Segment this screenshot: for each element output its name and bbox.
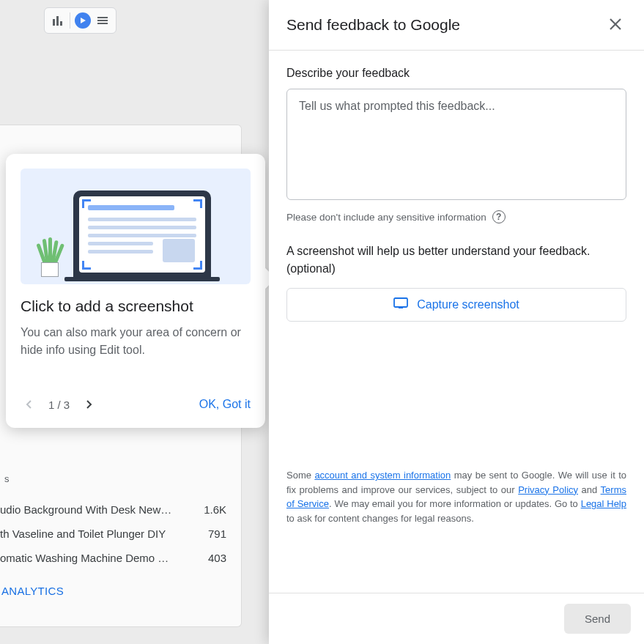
tooltip-description: You can also mark your area of concern o… [21, 324, 251, 359]
page-indicator: 1 / 3 [48, 399, 70, 411]
chevron-right-icon[interactable] [80, 396, 97, 413]
legal-help-link[interactable]: Legal Help [581, 498, 626, 509]
svg-rect-10 [399, 307, 403, 308]
legal-text: Some account and system information may … [286, 322, 626, 525]
tooltip-illustration [21, 169, 251, 284]
help-icon[interactable]: ? [492, 210, 506, 223]
feedback-textarea[interactable] [286, 89, 626, 200]
panel-footer: Send [269, 593, 644, 644]
svg-rect-9 [394, 298, 407, 307]
got-it-button[interactable]: OK, Got it [199, 398, 251, 411]
chevron-left-icon [21, 396, 38, 413]
panel-header: Send feedback to Google [269, 0, 644, 51]
screenshot-icon [393, 297, 408, 312]
panel-title: Send feedback to Google [286, 16, 460, 34]
feedback-panel: Send feedback to Google Describe your fe… [269, 0, 644, 644]
onboarding-tooltip: Click to add a screenshot You can also m… [6, 154, 265, 428]
sensitive-info-hint: Please don't include any sensitive infor… [286, 212, 486, 223]
tooltip-title: Click to add a screenshot [21, 297, 251, 315]
capture-label: Capture screenshot [417, 298, 519, 311]
pager: 1 / 3 [21, 396, 97, 413]
close-icon[interactable] [604, 15, 626, 35]
screenshot-description: A screenshot will help us better underst… [286, 243, 626, 278]
send-button[interactable]: Send [564, 604, 631, 634]
capture-screenshot-button[interactable]: Capture screenshot [286, 288, 626, 322]
privacy-policy-link[interactable]: Privacy Policy [518, 484, 578, 495]
account-info-link[interactable]: account and system information [314, 470, 451, 481]
describe-label: Describe your feedback [286, 67, 626, 80]
